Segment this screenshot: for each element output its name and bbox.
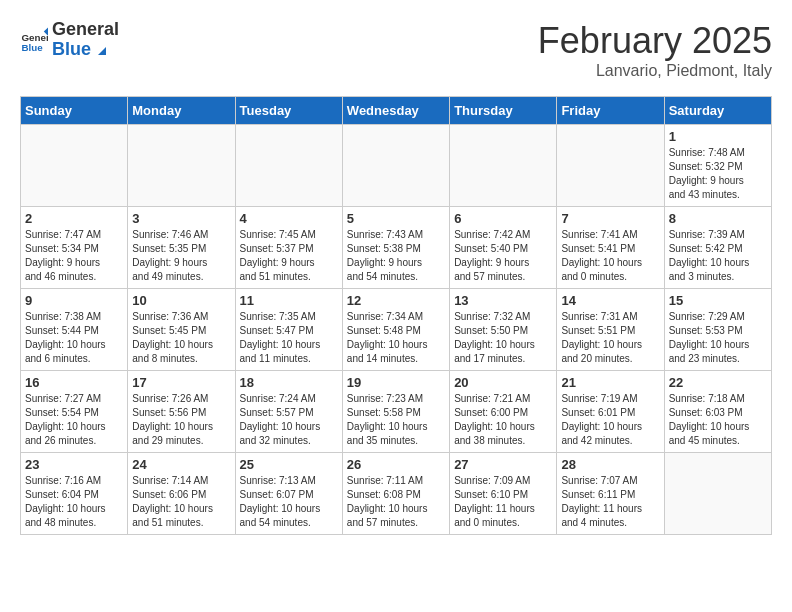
day-info: Sunrise: 7:43 AM Sunset: 5:38 PM Dayligh… [347, 228, 445, 284]
calendar-cell: 1Sunrise: 7:48 AM Sunset: 5:32 PM Daylig… [664, 125, 771, 207]
day-info: Sunrise: 7:46 AM Sunset: 5:35 PM Dayligh… [132, 228, 230, 284]
day-info: Sunrise: 7:19 AM Sunset: 6:01 PM Dayligh… [561, 392, 659, 448]
day-info: Sunrise: 7:27 AM Sunset: 5:54 PM Dayligh… [25, 392, 123, 448]
day-info: Sunrise: 7:45 AM Sunset: 5:37 PM Dayligh… [240, 228, 338, 284]
day-info: Sunrise: 7:09 AM Sunset: 6:10 PM Dayligh… [454, 474, 552, 530]
day-number: 20 [454, 375, 552, 390]
day-number: 26 [347, 457, 445, 472]
weekday-header: Tuesday [235, 97, 342, 125]
day-info: Sunrise: 7:38 AM Sunset: 5:44 PM Dayligh… [25, 310, 123, 366]
svg-text:Blue: Blue [21, 42, 43, 53]
day-number: 22 [669, 375, 767, 390]
day-number: 14 [561, 293, 659, 308]
weekday-header: Friday [557, 97, 664, 125]
calendar-cell [450, 125, 557, 207]
day-info: Sunrise: 7:21 AM Sunset: 6:00 PM Dayligh… [454, 392, 552, 448]
calendar-cell: 16Sunrise: 7:27 AM Sunset: 5:54 PM Dayli… [21, 371, 128, 453]
month-title: February 2025 [538, 20, 772, 62]
weekday-header: Thursday [450, 97, 557, 125]
calendar-week-row: 2Sunrise: 7:47 AM Sunset: 5:34 PM Daylig… [21, 207, 772, 289]
day-info: Sunrise: 7:18 AM Sunset: 6:03 PM Dayligh… [669, 392, 767, 448]
calendar-cell [21, 125, 128, 207]
calendar-cell: 22Sunrise: 7:18 AM Sunset: 6:03 PM Dayli… [664, 371, 771, 453]
calendar-cell: 21Sunrise: 7:19 AM Sunset: 6:01 PM Dayli… [557, 371, 664, 453]
day-info: Sunrise: 7:07 AM Sunset: 6:11 PM Dayligh… [561, 474, 659, 530]
day-number: 19 [347, 375, 445, 390]
calendar-cell: 14Sunrise: 7:31 AM Sunset: 5:51 PM Dayli… [557, 289, 664, 371]
calendar-cell [235, 125, 342, 207]
weekday-header: Monday [128, 97, 235, 125]
calendar-cell: 6Sunrise: 7:42 AM Sunset: 5:40 PM Daylig… [450, 207, 557, 289]
calendar-table: SundayMondayTuesdayWednesdayThursdayFrid… [20, 96, 772, 535]
calendar-cell: 19Sunrise: 7:23 AM Sunset: 5:58 PM Dayli… [342, 371, 449, 453]
day-number: 11 [240, 293, 338, 308]
day-number: 5 [347, 211, 445, 226]
calendar-cell [342, 125, 449, 207]
calendar-week-row: 1Sunrise: 7:48 AM Sunset: 5:32 PM Daylig… [21, 125, 772, 207]
day-number: 18 [240, 375, 338, 390]
calendar-cell: 7Sunrise: 7:41 AM Sunset: 5:41 PM Daylig… [557, 207, 664, 289]
day-number: 2 [25, 211, 123, 226]
calendar-cell: 15Sunrise: 7:29 AM Sunset: 5:53 PM Dayli… [664, 289, 771, 371]
calendar-cell: 28Sunrise: 7:07 AM Sunset: 6:11 PM Dayli… [557, 453, 664, 535]
calendar-cell: 23Sunrise: 7:16 AM Sunset: 6:04 PM Dayli… [21, 453, 128, 535]
day-info: Sunrise: 7:47 AM Sunset: 5:34 PM Dayligh… [25, 228, 123, 284]
calendar-cell: 25Sunrise: 7:13 AM Sunset: 6:07 PM Dayli… [235, 453, 342, 535]
day-info: Sunrise: 7:41 AM Sunset: 5:41 PM Dayligh… [561, 228, 659, 284]
logo-general: General [52, 19, 119, 39]
day-info: Sunrise: 7:42 AM Sunset: 5:40 PM Dayligh… [454, 228, 552, 284]
day-number: 16 [25, 375, 123, 390]
day-info: Sunrise: 7:11 AM Sunset: 6:08 PM Dayligh… [347, 474, 445, 530]
day-number: 7 [561, 211, 659, 226]
day-info: Sunrise: 7:39 AM Sunset: 5:42 PM Dayligh… [669, 228, 767, 284]
day-number: 13 [454, 293, 552, 308]
day-info: Sunrise: 7:31 AM Sunset: 5:51 PM Dayligh… [561, 310, 659, 366]
calendar-cell: 18Sunrise: 7:24 AM Sunset: 5:57 PM Dayli… [235, 371, 342, 453]
calendar-cell: 2Sunrise: 7:47 AM Sunset: 5:34 PM Daylig… [21, 207, 128, 289]
header: General Blue General Blue February 2025 … [20, 20, 772, 80]
day-number: 12 [347, 293, 445, 308]
weekday-header: Wednesday [342, 97, 449, 125]
calendar-cell: 10Sunrise: 7:36 AM Sunset: 5:45 PM Dayli… [128, 289, 235, 371]
calendar-cell: 11Sunrise: 7:35 AM Sunset: 5:47 PM Dayli… [235, 289, 342, 371]
day-info: Sunrise: 7:34 AM Sunset: 5:48 PM Dayligh… [347, 310, 445, 366]
calendar-cell: 13Sunrise: 7:32 AM Sunset: 5:50 PM Dayli… [450, 289, 557, 371]
calendar-header-row: SundayMondayTuesdayWednesdayThursdayFrid… [21, 97, 772, 125]
day-info: Sunrise: 7:23 AM Sunset: 5:58 PM Dayligh… [347, 392, 445, 448]
day-number: 3 [132, 211, 230, 226]
calendar-cell [664, 453, 771, 535]
title-block: February 2025 Lanvario, Piedmont, Italy [538, 20, 772, 80]
day-number: 10 [132, 293, 230, 308]
calendar-cell [128, 125, 235, 207]
day-number: 21 [561, 375, 659, 390]
day-info: Sunrise: 7:35 AM Sunset: 5:47 PM Dayligh… [240, 310, 338, 366]
day-number: 24 [132, 457, 230, 472]
day-info: Sunrise: 7:26 AM Sunset: 5:56 PM Dayligh… [132, 392, 230, 448]
calendar-cell [557, 125, 664, 207]
location: Lanvario, Piedmont, Italy [538, 62, 772, 80]
day-info: Sunrise: 7:48 AM Sunset: 5:32 PM Dayligh… [669, 146, 767, 202]
logo-blue: Blue [52, 39, 91, 59]
calendar-cell: 24Sunrise: 7:14 AM Sunset: 6:06 PM Dayli… [128, 453, 235, 535]
logo-icon: General Blue [20, 26, 48, 54]
page: General Blue General Blue February 2025 … [0, 0, 792, 555]
day-info: Sunrise: 7:16 AM Sunset: 6:04 PM Dayligh… [25, 474, 123, 530]
weekday-header: Saturday [664, 97, 771, 125]
day-info: Sunrise: 7:14 AM Sunset: 6:06 PM Dayligh… [132, 474, 230, 530]
day-number: 4 [240, 211, 338, 226]
day-number: 15 [669, 293, 767, 308]
day-info: Sunrise: 7:29 AM Sunset: 5:53 PM Dayligh… [669, 310, 767, 366]
calendar-cell: 27Sunrise: 7:09 AM Sunset: 6:10 PM Dayli… [450, 453, 557, 535]
calendar-cell: 4Sunrise: 7:45 AM Sunset: 5:37 PM Daylig… [235, 207, 342, 289]
calendar-cell: 20Sunrise: 7:21 AM Sunset: 6:00 PM Dayli… [450, 371, 557, 453]
day-number: 27 [454, 457, 552, 472]
weekday-header: Sunday [21, 97, 128, 125]
calendar-week-row: 23Sunrise: 7:16 AM Sunset: 6:04 PM Dayli… [21, 453, 772, 535]
calendar-cell: 17Sunrise: 7:26 AM Sunset: 5:56 PM Dayli… [128, 371, 235, 453]
calendar-cell: 8Sunrise: 7:39 AM Sunset: 5:42 PM Daylig… [664, 207, 771, 289]
day-number: 17 [132, 375, 230, 390]
calendar-cell: 3Sunrise: 7:46 AM Sunset: 5:35 PM Daylig… [128, 207, 235, 289]
calendar-week-row: 9Sunrise: 7:38 AM Sunset: 5:44 PM Daylig… [21, 289, 772, 371]
calendar-cell: 5Sunrise: 7:43 AM Sunset: 5:38 PM Daylig… [342, 207, 449, 289]
logo: General Blue General Blue [20, 20, 119, 60]
